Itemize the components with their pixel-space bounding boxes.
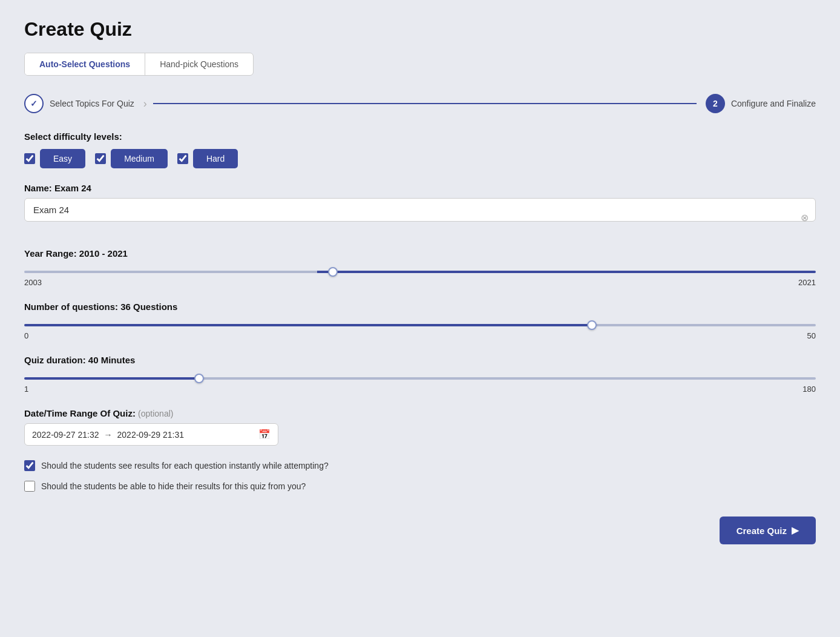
hard-checkbox[interactable] [177,153,188,164]
datetime-input-wrap[interactable]: 2022-09-27 21:32 → 2022-09-29 21:31 📅 [24,423,278,446]
tab-auto-select[interactable]: Auto-Select Questions [25,53,145,75]
difficulty-hard: Hard [177,149,238,168]
hide-results-row: Should the students be able to hide thei… [24,481,816,493]
step-line [153,103,697,104]
year-range-slider-wrap [24,265,816,276]
num-questions-min: 0 [24,331,28,340]
step-2-label: Configure and Finalize [731,99,816,108]
difficulty-label: Select difficulty levels: [24,131,816,142]
easy-button[interactable]: Easy [40,149,85,168]
name-input-wrapper: ⊗ [24,198,816,236]
num-questions-minmax: 0 50 [24,331,816,340]
stepper: ✓ Select Topics For Quiz › 2 Configure a… [24,94,816,113]
duration-section: Quiz duration: 40 Minutes 1 180 [24,355,816,394]
instant-results-checkbox[interactable] [24,460,35,471]
easy-checkbox[interactable] [24,153,35,164]
year-range-max: 2021 [798,278,816,287]
name-input[interactable] [24,198,816,222]
name-label: Name: Exam 24 [24,183,816,193]
difficulty-easy: Easy [24,149,85,168]
duration-slider-wrap [24,371,816,382]
step-1-icon: ✓ [30,99,38,108]
datetime-section: Date/Time Range Of Quiz: (optional) 2022… [24,408,816,446]
create-quiz-arrow: ▶ [792,525,799,536]
difficulty-row: Easy Medium Hard [24,149,816,168]
step-2-number: 2 [713,99,718,108]
calendar-icon[interactable]: 📅 [258,429,271,440]
num-questions-max: 50 [807,331,816,340]
datetime-end: 2022-09-29 21:31 [117,430,185,440]
hide-results-checkbox[interactable] [24,481,35,492]
duration-slider[interactable] [24,377,816,380]
footer-bar: Create Quiz ▶ [24,510,816,544]
year-range-min: 2003 [24,278,42,287]
year-range-section: Year Range: 2010 - 2021 2003 2021 [24,248,816,287]
medium-checkbox[interactable] [95,153,106,164]
hide-results-label: Should the students be able to hide thei… [41,481,306,493]
hard-button[interactable]: Hard [193,149,238,168]
year-range-label: Year Range: 2010 - 2021 [24,248,816,259]
duration-min: 1 [24,385,28,394]
duration-label: Quiz duration: 40 Minutes [24,355,816,365]
name-section: Name: Exam 24 ⊗ [24,183,816,236]
step-connector-arrow: › [143,97,147,110]
duration-minmax: 1 180 [24,385,816,394]
difficulty-medium: Medium [95,149,168,168]
create-quiz-label: Create Quiz [737,526,787,536]
year-range-minmax: 2003 2021 [24,278,816,287]
num-questions-section: Number of questions: 36 Questions 0 50 [24,302,816,340]
step-1-label: Select Topics For Quiz [50,99,134,108]
datetime-arrow: → [104,430,113,440]
year-range-slider-start[interactable] [24,271,816,273]
medium-button[interactable]: Medium [111,149,168,168]
datetime-start: 2022-09-27 21:32 [32,430,99,440]
tab-handpick[interactable]: Hand-pick Questions [145,53,253,75]
difficulty-section: Select difficulty levels: Easy Medium Ha… [24,131,816,168]
step-1: ✓ Select Topics For Quiz [24,94,134,113]
num-questions-label: Number of questions: 36 Questions [24,302,816,312]
datetime-label: Date/Time Range Of Quiz: (optional) [24,408,816,418]
datetime-optional: (optional) [138,409,173,418]
duration-max: 180 [802,385,816,394]
num-questions-slider[interactable] [24,324,816,326]
page-title: Create Quiz [24,18,816,41]
instant-results-label: Should the students see results for each… [41,460,329,472]
step-2: 2 Configure and Finalize [706,94,816,113]
instant-results-row: Should the students see results for each… [24,460,816,472]
tabs-container: Auto-Select Questions Hand-pick Question… [24,53,254,76]
checkboxes-section: Should the students see results for each… [24,460,816,492]
step-connector: › [143,97,697,110]
clear-icon[interactable]: ⊗ [801,211,809,223]
step-2-circle: 2 [706,94,725,113]
create-quiz-button[interactable]: Create Quiz ▶ [720,517,816,544]
num-questions-slider-wrap [24,318,816,329]
step-1-circle: ✓ [24,94,44,113]
